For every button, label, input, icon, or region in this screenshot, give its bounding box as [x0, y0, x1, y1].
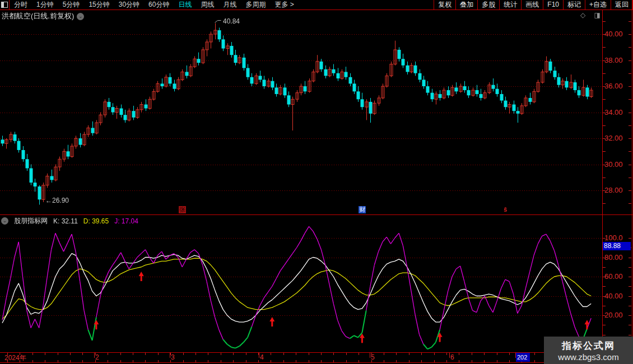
kdj-y-tick	[603, 267, 606, 268]
toolbar-period-15分钟[interactable]: 15分钟	[84, 0, 114, 10]
main-y-tick	[629, 73, 631, 74]
indicator-k-value: K: 32.11	[53, 217, 78, 225]
x-axis-minor-tick	[208, 353, 208, 355]
toolbar-action-返回[interactable]: 返回	[611, 0, 633, 10]
x-axis-minor-tick	[95, 353, 96, 355]
x-axis-minor-tick	[258, 353, 259, 355]
x-axis-minor-tick	[45, 360, 45, 362]
toolbar-action-统计[interactable]: 统计	[499, 0, 521, 10]
kdj-y-tick	[629, 267, 631, 268]
x-axis-minor-tick	[509, 353, 510, 355]
xaxis-bottom-line	[0, 362, 633, 363]
main-y-tick	[603, 203, 606, 204]
toolbar-period-60分钟[interactable]: 60分钟	[144, 0, 174, 10]
main-y-tick	[603, 190, 606, 191]
x-axis-minor-tick	[45, 353, 45, 355]
kdj-indicator-canvas[interactable]	[0, 215, 602, 352]
kdj-y-axis-label: 60.00	[604, 272, 630, 281]
main-y-tick	[629, 138, 631, 139]
x-axis-minor-tick	[133, 353, 133, 355]
chevron-down-icon[interactable]: ⌄	[77, 13, 84, 20]
toolbar-period-日线[interactable]: 日线	[174, 0, 196, 10]
candlestick-chart-canvas[interactable]	[0, 10, 602, 214]
x-axis-minor-tick	[283, 353, 284, 355]
x-axis-label: 3	[171, 353, 175, 361]
x-axis-minor-tick	[309, 360, 309, 362]
x-axis-minor-tick	[120, 353, 121, 355]
x-axis-minor-tick	[196, 360, 196, 362]
x-axis-minor-tick	[20, 353, 20, 355]
toolbar-action-+自选[interactable]: +自选	[585, 0, 611, 10]
event-badge-ŝ[interactable]: ŝ	[502, 206, 509, 213]
toolbar-action-复权[interactable]: 复权	[434, 0, 455, 10]
toolbar-period-月线[interactable]: 月线	[218, 0, 241, 10]
x-axis-minor-tick	[309, 353, 309, 355]
x-axis-minor-tick	[7, 353, 8, 355]
watermark-title: 指标公式网	[562, 339, 615, 352]
x-axis-minor-tick	[196, 353, 196, 355]
main-y-tick	[629, 86, 631, 87]
x-axis-minor-tick	[534, 353, 535, 355]
x-axis-minor-tick	[359, 360, 359, 362]
kdj-y-tick	[629, 315, 631, 316]
toolbar-period-5分钟[interactable]: 5分钟	[58, 0, 85, 10]
indicator-name[interactable]: 股朋指标网	[14, 216, 48, 226]
main-y-axis-label: 34.00	[604, 108, 630, 116]
kdj-y-tick	[629, 238, 631, 239]
main-y-tick	[629, 60, 631, 61]
x-axis-minor-tick	[459, 353, 459, 355]
chevron-down-icon[interactable]: ⌄	[1, 217, 8, 225]
event-badge-张[interactable]: 张	[179, 206, 186, 213]
x-axis-minor-tick	[333, 353, 334, 355]
high-price-annotation: 40.84	[223, 17, 240, 25]
x-axis-minor-tick	[208, 360, 208, 362]
toolbar-action-F10[interactable]: F10	[543, 0, 563, 10]
x-axis-minor-tick	[271, 360, 271, 362]
x-axis-minor-tick	[321, 360, 322, 362]
x-axis-minor-tick	[446, 360, 447, 362]
toolbar-action-标记[interactable]: 标记	[563, 0, 585, 10]
main-y-tick	[629, 190, 631, 191]
toolbar-action-画线[interactable]: 画线	[521, 0, 543, 10]
main-y-tick	[603, 178, 606, 178]
x-axis-major-tick	[449, 353, 450, 358]
x-axis-minor-tick	[158, 360, 159, 362]
x-axis-label: 2	[95, 353, 99, 361]
x-axis-minor-tick	[421, 353, 422, 355]
x-axis-minor-tick	[246, 360, 246, 362]
toolbar-period-多周期[interactable]: 多周期	[241, 0, 270, 10]
x-axis-minor-tick	[120, 360, 121, 362]
main-y-axis-label: 36.00	[604, 82, 630, 90]
low-price-annotation: ←26.90	[45, 197, 69, 204]
toolbar-period-更多 >[interactable]: 更多 >	[270, 0, 298, 10]
x-axis-minor-tick	[70, 353, 71, 355]
x-axis-minor-tick	[7, 360, 8, 362]
x-axis-minor-tick	[409, 360, 409, 362]
indicator-d-value: D: 39.65	[83, 217, 109, 225]
x-axis-minor-tick	[296, 360, 296, 362]
x-axis-minor-tick	[58, 360, 58, 362]
toolbar-action-叠加[interactable]: 叠加	[455, 0, 477, 10]
chart-corner-icons[interactable]: ◇ ◨	[580, 11, 604, 19]
main-y-tick	[629, 178, 631, 178]
kdj-y-tick	[603, 306, 606, 306]
main-y-axis-label: 28.00	[604, 186, 630, 194]
main-y-tick	[603, 151, 606, 152]
x-axis-label: 6	[450, 353, 454, 361]
event-badge-财[interactable]: 财	[359, 206, 366, 213]
kdj-y-axis-label: 80.00	[604, 253, 630, 262]
toolbar-period-30分钟[interactable]: 30分钟	[114, 0, 144, 10]
panel-layout-icon[interactable]	[0, 0, 10, 10]
toolbar-period-1分钟[interactable]: 1分钟	[32, 0, 58, 10]
x-axis-major-tick	[94, 353, 95, 358]
main-y-tick	[629, 165, 631, 165]
kdj-y-tick	[629, 335, 631, 335]
x-axis-minor-tick	[434, 353, 435, 355]
toolbar-action-多股[interactable]: 多股	[477, 0, 499, 10]
toolbar-period-周线[interactable]: 周线	[196, 0, 218, 10]
kdj-y-tick	[629, 258, 631, 258]
toolbar-period-分时[interactable]: 分时	[10, 0, 32, 10]
kdj-y-tick	[603, 277, 606, 277]
kdj-y-tick	[629, 296, 631, 297]
watermark: 指标公式网 www.zbgs3.com	[544, 337, 633, 364]
